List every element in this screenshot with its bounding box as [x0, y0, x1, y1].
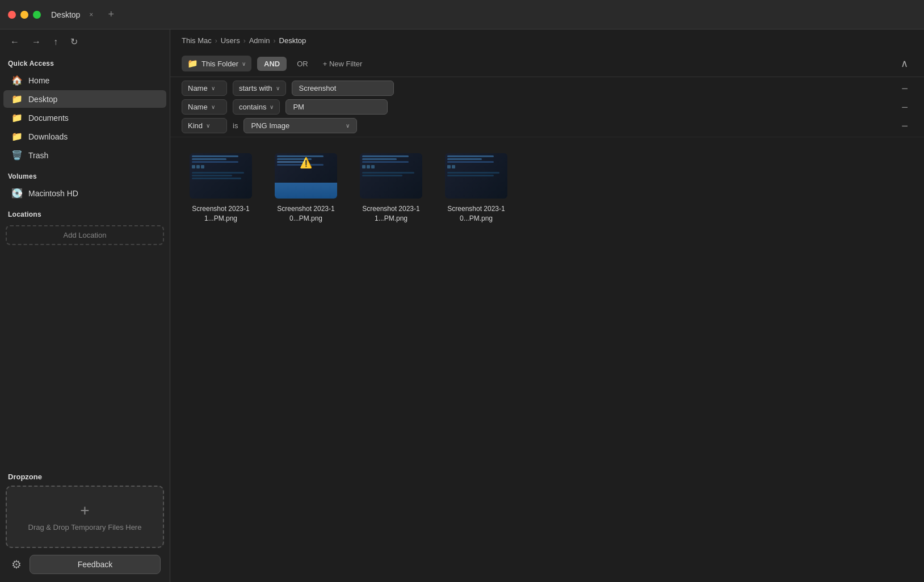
- new-tab-button[interactable]: +: [104, 7, 117, 22]
- filter-field-3[interactable]: Kind ∨: [182, 118, 227, 133]
- forward-button[interactable]: →: [30, 36, 43, 48]
- or-button[interactable]: OR: [292, 57, 313, 71]
- filter-value-1-text: Screenshot: [299, 84, 337, 92]
- filter-kind-value-text: PNG Image: [251, 121, 289, 130]
- file-item-1[interactable]: Screenshot 2023-11...PM.png: [184, 149, 258, 228]
- folder-scope-label: This Folder: [201, 60, 238, 68]
- add-location-button[interactable]: Add Location: [6, 225, 164, 245]
- breadcrumb: This Mac › Users › Admin › Desktop: [170, 29, 924, 50]
- volumes-label: Volumes: [0, 165, 170, 184]
- filter-remove-2-button[interactable]: −: [897, 100, 913, 114]
- filter-field-3-chevron-icon: ∨: [206, 123, 210, 129]
- filter-kind-value[interactable]: PNG Image ∨: [243, 118, 357, 133]
- main-layout: ← → ↑ ↻ Quick Access 🏠 Home 📁 Desktop 📁 …: [0, 29, 924, 582]
- breadcrumb-sep-2: ›: [243, 37, 246, 45]
- content-area: This Mac › Users › Admin › Desktop 📁 Thi…: [170, 29, 924, 582]
- filter-field-1-label: Name: [188, 84, 208, 92]
- sidebar-bottom: Dropzone + Drag & Drop Temporary Files H…: [0, 465, 170, 582]
- sidebar-item-label: Trash: [28, 151, 48, 160]
- file-name-3: Screenshot 2023-11...PM.png: [359, 204, 423, 223]
- breadcrumb-this-mac[interactable]: This Mac: [182, 36, 212, 45]
- filter-kind-chevron-icon: ∨: [346, 123, 350, 129]
- sidebar-item-label: Macintosh HD: [28, 189, 78, 198]
- close-button[interactable]: [8, 11, 16, 19]
- sidebar-item-label: Desktop: [28, 95, 57, 104]
- filter-operator-1-label: starts with: [239, 84, 272, 92]
- folder-scope-chevron-icon: ∨: [242, 61, 246, 67]
- filter-value-1[interactable]: Screenshot: [292, 81, 394, 96]
- tab-close-button[interactable]: ×: [86, 10, 96, 20]
- downloads-folder-icon: 📁: [11, 131, 23, 142]
- file-item-2[interactable]: ⚠️ Screenshot 2023-10...PM.png: [269, 149, 343, 228]
- dropzone-plus-icon: +: [80, 503, 89, 518]
- breadcrumb-desktop[interactable]: Desktop: [279, 36, 306, 45]
- window-title: Desktop: [51, 10, 80, 19]
- files-grid: Screenshot 2023-11...PM.png ⚠️ Screensho…: [170, 137, 924, 582]
- filter-operator-2-chevron-icon: ∨: [270, 104, 274, 110]
- file-name-4: Screenshot 2023-10...PM.png: [444, 204, 509, 223]
- filter-field-3-label: Kind: [188, 121, 203, 130]
- title-bar: Desktop × +: [0, 0, 924, 29]
- sidebar-footer: ⚙ Feedback: [6, 548, 164, 574]
- filter-row-1: Name ∨ starts with ∨ Screenshot −: [182, 81, 913, 96]
- breadcrumb-users[interactable]: Users: [221, 36, 240, 45]
- minimize-button[interactable]: [20, 11, 28, 19]
- sidebar-item-documents[interactable]: 📁 Documents: [3, 109, 166, 126]
- file-thumbnail-2: ⚠️: [275, 153, 337, 199]
- sidebar-item-downloads[interactable]: 📁 Downloads: [3, 128, 166, 145]
- dropzone-box[interactable]: + Drag & Drop Temporary Files Here: [6, 486, 164, 548]
- breadcrumb-sep-1: ›: [215, 37, 217, 45]
- desktop-folder-icon: 📁: [11, 94, 23, 104]
- folder-scope-button[interactable]: 📁 This Folder ∨: [182, 56, 251, 71]
- filter-value-2-text: PM: [293, 103, 304, 111]
- maximize-button[interactable]: [33, 11, 41, 19]
- back-button[interactable]: ←: [8, 36, 22, 48]
- trash-icon: 🗑️: [11, 150, 23, 161]
- feedback-button[interactable]: Feedback: [30, 555, 161, 574]
- filter-field-1[interactable]: Name ∨: [182, 81, 227, 96]
- sidebar-item-trash[interactable]: 🗑️ Trash: [3, 146, 166, 164]
- traffic-lights: [8, 11, 41, 19]
- dropzone-text: Drag & Drop Temporary Files Here: [28, 523, 142, 532]
- and-button[interactable]: AND: [257, 57, 287, 71]
- filter-field-1-chevron-icon: ∨: [211, 85, 215, 91]
- documents-folder-icon: 📁: [11, 112, 23, 123]
- file-thumbnail-3: [360, 153, 422, 199]
- filter-operator-2[interactable]: contains ∨: [233, 99, 280, 115]
- filter-rows: Name ∨ starts with ∨ Screenshot − Name ∨: [170, 77, 924, 137]
- file-thumbnail-1: [190, 153, 252, 199]
- filter-operator-1[interactable]: starts with ∨: [233, 81, 286, 96]
- filter-remove-3-button[interactable]: −: [897, 119, 913, 133]
- file-item-3[interactable]: Screenshot 2023-11...PM.png: [354, 149, 428, 228]
- sidebar-item-macintosh-hd[interactable]: 💽 Macintosh HD: [3, 184, 166, 202]
- filter-value-2[interactable]: PM: [285, 99, 388, 115]
- breadcrumb-admin[interactable]: Admin: [249, 36, 270, 45]
- sidebar-item-home[interactable]: 🏠 Home: [3, 71, 166, 89]
- sidebar-item-label: Downloads: [28, 132, 68, 141]
- locations-label: Locations: [0, 203, 170, 222]
- filter-row-3: Kind ∨ is PNG Image ∨ −: [182, 118, 913, 133]
- filter-remove-1-button[interactable]: −: [897, 82, 913, 95]
- disk-icon: 💽: [11, 188, 23, 199]
- sidebar-item-label: Home: [28, 76, 49, 85]
- folder-scope-icon: 📁: [187, 58, 198, 69]
- quick-access-label: Quick Access: [0, 52, 170, 71]
- file-thumbnail-4: [445, 153, 507, 199]
- refresh-button[interactable]: ↻: [68, 35, 80, 48]
- filter-operator-3-label: is: [233, 121, 238, 130]
- file-item-4[interactable]: Screenshot 2023-10...PM.png: [439, 149, 513, 228]
- file-name-2: Screenshot 2023-10...PM.png: [274, 204, 338, 223]
- filter-operator-2-label: contains: [239, 103, 266, 111]
- sidebar-item-desktop[interactable]: 📁 Desktop: [3, 90, 166, 108]
- file-name-1: Screenshot 2023-11...PM.png: [188, 204, 253, 223]
- filter-field-2[interactable]: Name ∨: [182, 99, 227, 115]
- warning-icon: ⚠️: [300, 157, 312, 169]
- gear-button[interactable]: ⚙: [9, 555, 24, 573]
- filter-operator-1-chevron-icon: ∨: [276, 85, 280, 91]
- collapse-filters-button[interactable]: ∧: [896, 55, 913, 72]
- up-button[interactable]: ↑: [51, 36, 60, 48]
- filter-field-2-label: Name: [188, 103, 208, 111]
- sidebar-item-label: Documents: [28, 113, 69, 123]
- filter-row-2: Name ∨ contains ∨ PM −: [182, 99, 913, 115]
- new-filter-button[interactable]: + New Filter: [318, 57, 367, 71]
